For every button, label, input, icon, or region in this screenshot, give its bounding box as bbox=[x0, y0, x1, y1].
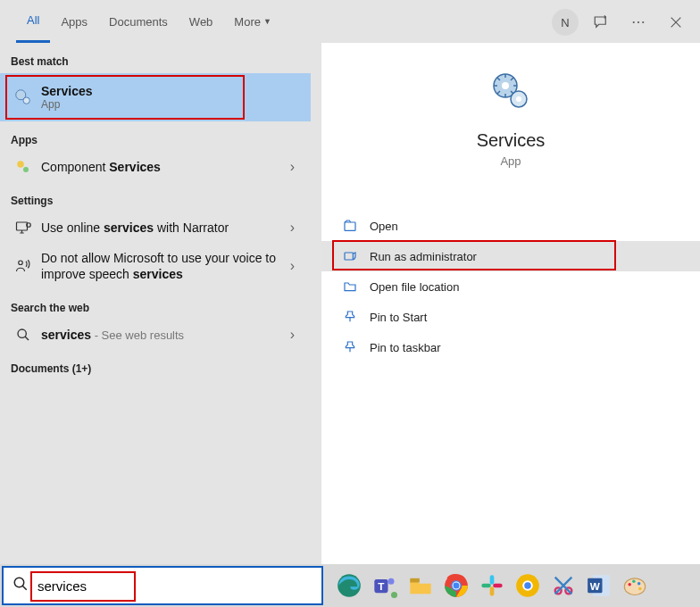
tab-apps[interactable]: Apps bbox=[50, 0, 98, 43]
action-label: Open file location bbox=[370, 280, 459, 294]
svg-point-34 bbox=[524, 582, 530, 588]
search-results-panel: Best match Services App Apps Component S… bbox=[0, 43, 311, 564]
chevron-right-icon: › bbox=[290, 258, 300, 274]
result-web-services[interactable]: services - See web results › bbox=[0, 320, 311, 350]
svg-point-1 bbox=[638, 21, 639, 23]
svg-point-14 bbox=[516, 96, 521, 102]
shield-icon bbox=[343, 249, 370, 263]
teams-icon[interactable]: T bbox=[370, 570, 400, 601]
result-speech-services[interactable]: Do not allow Microsoft to use your voice… bbox=[0, 243, 311, 289]
search-icon bbox=[4, 576, 38, 595]
best-match-header: Best match bbox=[0, 43, 311, 73]
result-text: Use online bbox=[41, 220, 104, 235]
action-label: Run as administrator bbox=[370, 250, 477, 263]
svg-point-44 bbox=[638, 587, 642, 591]
action-label: Pin to Start bbox=[370, 311, 427, 324]
search-web-header: Search the web bbox=[0, 289, 311, 320]
best-match-services[interactable]: Services App bbox=[0, 73, 311, 121]
svg-rect-28 bbox=[490, 575, 495, 585]
svg-point-17 bbox=[14, 578, 24, 587]
svg-point-43 bbox=[638, 582, 641, 586]
component-services-icon bbox=[11, 159, 36, 175]
detail-title: Services bbox=[477, 130, 546, 151]
open-icon bbox=[343, 219, 370, 233]
svg-point-42 bbox=[632, 580, 636, 584]
svg-rect-7 bbox=[17, 222, 28, 230]
search-input[interactable] bbox=[38, 568, 321, 603]
folder-icon bbox=[343, 279, 370, 294]
settings-header: Settings bbox=[0, 182, 311, 212]
svg-point-27 bbox=[454, 583, 460, 589]
paint-icon[interactable] bbox=[620, 570, 650, 601]
action-label: Pin to taskbar bbox=[370, 341, 441, 354]
best-match-subtitle: App bbox=[41, 98, 300, 111]
tab-all[interactable]: All bbox=[16, 0, 50, 43]
action-open-file-location[interactable]: Open file location bbox=[321, 271, 700, 302]
chevron-right-icon: › bbox=[290, 220, 300, 236]
result-text: with Narrator bbox=[154, 220, 229, 235]
svg-point-6 bbox=[23, 167, 29, 172]
svg-point-10 bbox=[18, 329, 26, 337]
close-icon[interactable] bbox=[661, 7, 691, 37]
best-match-title: Services bbox=[41, 84, 300, 98]
search-filter-bar: All Apps Documents Web More ▼ N bbox=[0, 0, 700, 43]
apps-header: Apps bbox=[0, 121, 311, 152]
svg-rect-16 bbox=[345, 253, 353, 260]
chevron-down-icon: ▼ bbox=[263, 17, 271, 26]
svg-point-4 bbox=[23, 97, 29, 104]
tab-more-label: More bbox=[234, 15, 261, 29]
svg-point-22 bbox=[391, 592, 397, 598]
svg-text:T: T bbox=[378, 580, 384, 592]
result-text-sub: - See web results bbox=[91, 328, 184, 342]
chevron-right-icon: › bbox=[290, 159, 300, 175]
slack-icon[interactable] bbox=[477, 570, 507, 601]
result-text-match: services bbox=[41, 328, 91, 342]
svg-rect-31 bbox=[493, 584, 503, 588]
result-narrator-services[interactable]: Use online services with Narrator › bbox=[0, 212, 311, 243]
tab-web[interactable]: Web bbox=[179, 0, 224, 43]
feedback-icon[interactable] bbox=[586, 7, 616, 37]
result-text-match: services bbox=[133, 267, 183, 281]
svg-rect-29 bbox=[481, 584, 491, 588]
svg-point-0 bbox=[633, 21, 635, 23]
edge-icon[interactable] bbox=[334, 570, 364, 601]
top-right-controls: N bbox=[552, 7, 691, 37]
detail-subtitle: App bbox=[500, 154, 521, 168]
chrome-icon[interactable] bbox=[441, 570, 471, 601]
svg-rect-30 bbox=[490, 586, 495, 596]
pin-icon bbox=[343, 310, 370, 324]
action-pin-to-start[interactable]: Pin to Start bbox=[321, 302, 700, 332]
documents-header: Documents (1+) bbox=[0, 350, 311, 380]
services-large-icon bbox=[489, 70, 532, 112]
svg-point-5 bbox=[17, 161, 24, 168]
file-explorer-icon[interactable] bbox=[405, 570, 436, 601]
tab-more[interactable]: More ▼ bbox=[223, 0, 282, 43]
chrome-canary-icon[interactable] bbox=[512, 570, 543, 601]
svg-rect-23 bbox=[410, 578, 420, 583]
svg-point-2 bbox=[642, 21, 644, 23]
word-icon[interactable]: W bbox=[584, 570, 614, 601]
snip-sketch-icon[interactable] bbox=[548, 570, 579, 601]
chevron-right-icon: › bbox=[290, 327, 300, 343]
svg-point-9 bbox=[19, 261, 23, 265]
pin-icon bbox=[343, 340, 370, 354]
action-pin-to-taskbar[interactable]: Pin to taskbar bbox=[321, 332, 700, 362]
tab-documents[interactable]: Documents bbox=[98, 0, 179, 43]
search-icon bbox=[11, 328, 36, 342]
monitor-icon bbox=[11, 220, 36, 236]
detail-panel: Services App Open Run as administrator O… bbox=[321, 43, 700, 564]
result-text-prefix: Component bbox=[41, 160, 109, 174]
taskbar-search[interactable] bbox=[2, 566, 323, 605]
result-component-services[interactable]: Component Services › bbox=[0, 152, 311, 182]
user-avatar[interactable]: N bbox=[552, 9, 579, 36]
action-label: Open bbox=[370, 220, 398, 233]
action-run-as-administrator[interactable]: Run as administrator bbox=[321, 241, 700, 271]
more-options-icon[interactable] bbox=[623, 7, 654, 37]
taskbar: T W bbox=[0, 564, 700, 607]
svg-point-21 bbox=[388, 578, 395, 585]
person-voice-icon bbox=[11, 258, 36, 274]
services-icon bbox=[11, 87, 36, 107]
taskbar-tray: T W bbox=[325, 570, 650, 601]
svg-text:W: W bbox=[590, 580, 600, 592]
action-open[interactable]: Open bbox=[321, 211, 700, 241]
